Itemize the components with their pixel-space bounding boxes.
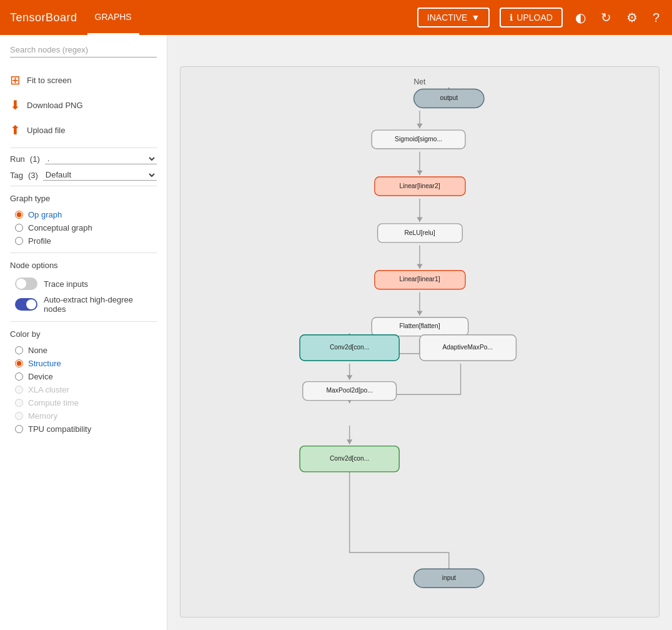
- node-linear1-label: Linear[linear1]: [399, 276, 440, 282]
- divider-2: [10, 186, 157, 186]
- radio-op-graph-input[interactable]: [15, 211, 23, 219]
- header: TensorBoard GRAPHS INACTIVE ▼ ℹ UPLOAD ◐…: [0, 0, 672, 35]
- node-output-label: output: [440, 94, 458, 101]
- upload-file-label: Upload file: [27, 126, 65, 135]
- radio-memory-label: Memory: [28, 411, 57, 421]
- upload-icon: ⬆: [10, 122, 21, 138]
- settings-button[interactable]: ⚙: [624, 8, 640, 28]
- fit-screen-label: Fit to screen: [27, 76, 72, 85]
- node-relu-label: ReLU[relu]: [404, 229, 435, 236]
- radio-device: Device: [10, 370, 157, 383]
- radio-profile: Profile: [10, 234, 157, 248]
- radio-compute: Compute time: [10, 396, 157, 409]
- tag-label: Tag: [10, 171, 23, 180]
- layout: ⊞ Fit to screen ⬇ Download PNG ⬆ Upload …: [0, 35, 672, 630]
- node-maxpool-label: MaxPool2d[po...: [327, 387, 373, 394]
- graph-type-title: Graph type: [10, 194, 157, 203]
- tag-select[interactable]: Default: [43, 169, 157, 181]
- radio-op-graph-label[interactable]: Op graph: [28, 210, 62, 219]
- trace-inputs-slider: [15, 278, 37, 290]
- theme-button[interactable]: ◐: [573, 8, 588, 28]
- graph-container[interactable]: Net: [180, 66, 660, 618]
- radio-none: None: [10, 344, 157, 357]
- run-row: Run (1) .: [10, 153, 157, 164]
- radio-device-label[interactable]: Device: [28, 372, 53, 381]
- main-canvas[interactable]: Net: [167, 35, 672, 630]
- radio-structure: Structure: [10, 357, 157, 370]
- radio-structure-input[interactable]: [15, 359, 23, 368]
- fit-screen-action[interactable]: ⊞ Fit to screen: [10, 68, 157, 92]
- download-png-action[interactable]: ⬇ Download PNG: [10, 92, 157, 118]
- arrow-2: [417, 171, 422, 175]
- logo: TensorBoard: [10, 11, 77, 24]
- color-by-title: Color by: [10, 329, 157, 339]
- help-button[interactable]: ?: [650, 8, 662, 28]
- graph-svg: Net: [180, 67, 659, 617]
- dropdown-arrow-icon: ▼: [471, 12, 480, 22]
- edge-input-conv2d1: [350, 468, 449, 582]
- arrow-10: [347, 439, 352, 444]
- radio-xla: XLA cluster: [10, 383, 157, 396]
- auto-extract-label: Auto-extract high-degree nodes: [44, 295, 157, 314]
- tag-row: Tag (3) Default: [10, 169, 157, 181]
- radio-op-graph: Op graph: [10, 208, 157, 221]
- node-linear2-label: Linear[linear2]: [399, 182, 440, 189]
- radio-none-label[interactable]: None: [28, 346, 47, 355]
- trace-inputs-row: Trace inputs: [10, 275, 157, 292]
- radio-conceptual-graph-input[interactable]: [15, 224, 23, 232]
- radio-xla-label: XLA cluster: [28, 385, 69, 394]
- run-count: (1): [30, 154, 40, 164]
- divider-3: [10, 252, 157, 253]
- node-input-label: input: [442, 574, 456, 581]
- node-sigmoid-label: Sigmoid[sigmo...: [395, 136, 442, 142]
- divider-4: [10, 321, 157, 322]
- radio-compute-input: [15, 399, 23, 407]
- node-options-title: Node options: [10, 261, 157, 270]
- search-input[interactable]: [10, 42, 157, 58]
- radio-structure-label[interactable]: Structure: [28, 359, 61, 368]
- radio-memory: Memory: [10, 409, 157, 422]
- nav-graphs[interactable]: GRAPHS: [87, 1, 139, 35]
- fit-screen-icon: ⊞: [10, 72, 21, 88]
- download-icon: ⬇: [10, 98, 21, 112]
- node-conv2d2-label: Conv2d[con...: [330, 344, 369, 351]
- trace-inputs-toggle[interactable]: [15, 278, 37, 290]
- arrow-8: [347, 375, 352, 379]
- node-conv2d1-label: Conv2d[con...: [330, 455, 369, 462]
- radio-profile-input[interactable]: [15, 237, 23, 245]
- inactive-label: INACTIVE: [427, 12, 468, 22]
- radio-none-input[interactable]: [15, 346, 23, 354]
- sidebar: ⊞ Fit to screen ⬇ Download PNG ⬆ Upload …: [0, 35, 167, 630]
- tag-count: (3): [28, 171, 38, 180]
- upload-button[interactable]: ℹ UPLOAD: [500, 8, 563, 28]
- arrow-5: [417, 311, 422, 315]
- upload-file-action[interactable]: ⬆ Upload file: [10, 118, 157, 142]
- radio-profile-label[interactable]: Profile: [28, 236, 51, 246]
- arrow-3: [417, 218, 422, 222]
- refresh-button[interactable]: ↻: [598, 8, 614, 28]
- node-adaptivemax-label: AdaptiveMaxPo...: [442, 344, 493, 351]
- radio-xla-input: [15, 386, 23, 394]
- trace-inputs-label: Trace inputs: [44, 279, 88, 289]
- radio-tpu-label[interactable]: TPU compatibility: [28, 424, 91, 434]
- radio-device-input[interactable]: [15, 372, 23, 381]
- download-png-label: Download PNG: [27, 101, 83, 110]
- radio-tpu-input[interactable]: [15, 425, 23, 433]
- radio-compute-label: Compute time: [28, 398, 79, 408]
- node-flatten-label: Flatten[flatten]: [399, 322, 440, 329]
- radio-conceptual-graph-label[interactable]: Conceptual graph: [28, 223, 92, 232]
- auto-extract-toggle[interactable]: [15, 298, 37, 311]
- net-label: Net: [414, 78, 427, 86]
- arrow-4: [417, 264, 422, 268]
- auto-extract-slider: [15, 298, 37, 311]
- run-label: Run: [10, 154, 25, 164]
- inactive-dropdown[interactable]: INACTIVE ▼: [417, 8, 490, 28]
- radio-conceptual-graph: Conceptual graph: [10, 221, 157, 234]
- divider-1: [10, 148, 157, 148]
- info-icon: ℹ: [510, 12, 513, 22]
- radio-memory-input: [15, 412, 23, 420]
- auto-extract-row: Auto-extract high-degree nodes: [10, 292, 157, 316]
- run-select[interactable]: .: [45, 153, 157, 164]
- arrow-1: [417, 124, 422, 128]
- radio-tpu: TPU compatibility: [10, 422, 157, 436]
